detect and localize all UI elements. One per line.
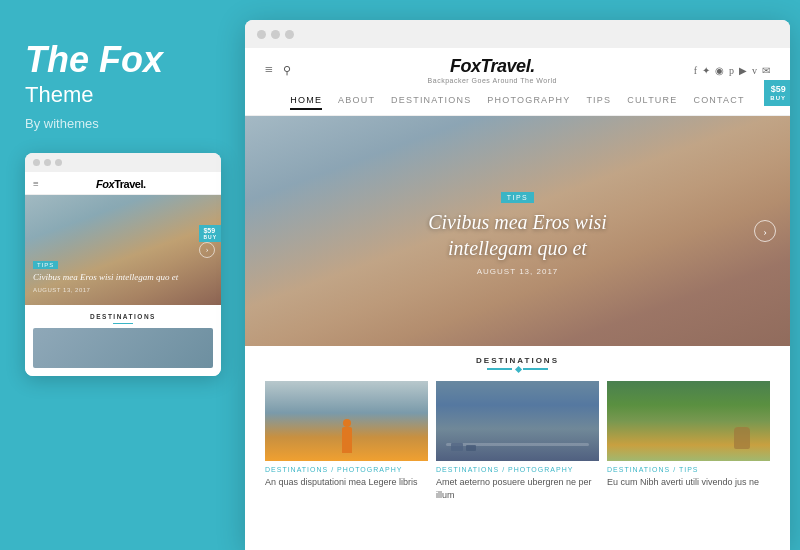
- mini-dest-img: [33, 328, 213, 368]
- destinations-section: DESTINATIONS DESTINATIONS / PHOTOGRAPHY: [245, 346, 790, 509]
- dest-line-left: [487, 368, 512, 370]
- mini-destinations: DESTINATIONS: [25, 305, 221, 377]
- dest-card-2-category: DESTINATIONS / PHOTOGRAPHY: [436, 466, 599, 473]
- mini-hero-title: Civibus mea Eros wisi intellegam quo et: [33, 272, 199, 284]
- figure-icon: [342, 427, 352, 453]
- mini-arrow-button[interactable]: ›: [199, 242, 215, 258]
- hamburger-icon[interactable]: ≡: [265, 62, 273, 78]
- hero-category-badge: TIPS: [501, 192, 535, 203]
- mini-dest-line: [113, 323, 133, 325]
- nav-about[interactable]: ABOUT: [338, 95, 375, 110]
- website-content: ≡ ⚲ FoxTravel. Backpacker Goes Around Th…: [245, 48, 790, 550]
- left-panel: The Fox Theme By withemes ≡ FoxTravel. T…: [0, 0, 245, 550]
- mini-hero-date: AUGUST 13, 2017: [33, 287, 199, 293]
- browser-top-bar: [245, 20, 790, 48]
- nav-culture[interactable]: CULTURE: [627, 95, 677, 110]
- dest-card-3-text: Eu cum Nibh averti utili vivendo jus ne: [607, 476, 770, 489]
- mini-hero: TIPS Civibus mea Eros wisi intellegam qu…: [25, 195, 221, 305]
- hero-next-arrow[interactable]: ›: [754, 220, 776, 242]
- mini-logo: FoxTravel.: [96, 178, 145, 190]
- dest-card-3: DESTINATIONS / TIPS Eu cum Nibh averti u…: [607, 381, 770, 501]
- dest-card-2-text: Amet aeterno posuere ubergren ne per ill…: [436, 476, 599, 501]
- dest-card-1-text: An quas disputationi mea Legere libris: [265, 476, 428, 489]
- site-header: ≡ ⚲ FoxTravel. Backpacker Goes Around Th…: [245, 48, 790, 116]
- destinations-header: DESTINATIONS: [265, 356, 770, 373]
- browser-dot-1: [257, 30, 266, 39]
- mini-content: ≡ FoxTravel. TIPS Civibus mea Eros wisi …: [25, 172, 221, 377]
- browser-dot-2: [271, 30, 280, 39]
- nav-home[interactable]: HOME: [290, 95, 322, 110]
- nav-destinations[interactable]: DESTINATIONS: [391, 95, 471, 110]
- nav-contact[interactable]: CONTACT: [693, 95, 744, 110]
- mini-dot-2: [44, 159, 51, 166]
- site-header-top: ≡ ⚲ FoxTravel. Backpacker Goes Around Th…: [265, 56, 770, 90]
- social-icons: f ✦ ◉ p ▶ v ✉: [694, 65, 770, 76]
- mini-hamburger-icon: ≡: [33, 178, 39, 189]
- search-icon[interactable]: ⚲: [283, 64, 291, 77]
- dest-card-1: DESTINATIONS / PHOTOGRAPHY An quas dispu…: [265, 381, 428, 501]
- hero-content: TIPS Civibus mea Eros wisi intellegam qu…: [388, 186, 648, 276]
- dest-diamond: [515, 366, 522, 373]
- theme-title: The Fox: [25, 40, 163, 80]
- nav-photography[interactable]: PHOTOGRAPHY: [487, 95, 570, 110]
- pinterest-icon[interactable]: p: [729, 65, 734, 76]
- dest-card-img-1: [265, 381, 428, 461]
- mini-header: ≡ FoxTravel.: [25, 172, 221, 195]
- hero-section: TIPS Civibus mea Eros wisi intellegam qu…: [245, 116, 790, 346]
- twitter-icon[interactable]: ✦: [702, 65, 710, 76]
- mini-dest-title: DESTINATIONS: [33, 313, 213, 320]
- theme-author: By withemes: [25, 116, 99, 131]
- browser-dot-3: [285, 30, 294, 39]
- mini-buy-badge: $59 BUY: [199, 225, 221, 242]
- facebook-icon[interactable]: f: [694, 65, 697, 76]
- site-logo: FoxTravel. Backpacker Goes Around The Wo…: [428, 56, 557, 84]
- person-silhouette: [265, 381, 428, 461]
- destinations-heading: DESTINATIONS: [265, 356, 770, 365]
- mini-hero-content-area: TIPS Civibus mea Eros wisi intellegam qu…: [33, 253, 199, 293]
- dest-card-1-category: DESTINATIONS / PHOTOGRAPHY: [265, 466, 428, 473]
- mini-browser-preview: ≡ FoxTravel. TIPS Civibus mea Eros wisi …: [25, 153, 221, 377]
- destinations-underline: [265, 368, 770, 373]
- instagram-icon[interactable]: ◉: [715, 65, 724, 76]
- dest-card-img-3: [607, 381, 770, 461]
- vimeo-icon[interactable]: v: [752, 65, 757, 76]
- dest-card-3-category: DESTINATIONS / TIPS: [607, 466, 770, 473]
- dest-card-2: DESTINATIONS / PHOTOGRAPHY Amet aeterno …: [436, 381, 599, 501]
- hero-date: AUGUST 13, 2017: [388, 267, 648, 276]
- hero-title: Civibus mea Eros wisi intellegam quo et: [388, 209, 648, 261]
- buy-price: $59: [770, 84, 786, 95]
- mini-tips-badge: TIPS: [33, 261, 58, 269]
- site-logo-tagline: Backpacker Goes Around The World: [428, 77, 557, 84]
- destination-cards: DESTINATIONS / PHOTOGRAPHY An quas dispu…: [265, 381, 770, 501]
- mini-dot-1: [33, 159, 40, 166]
- site-nav: HOME ABOUT DESTINATIONS PHOTOGRAPHY TIPS…: [265, 90, 770, 115]
- email-icon[interactable]: ✉: [762, 65, 770, 76]
- mini-dot-3: [55, 159, 62, 166]
- buy-label: BUY: [770, 95, 786, 102]
- buy-badge[interactable]: $59 BUY: [764, 80, 790, 106]
- theme-subtitle: Theme: [25, 82, 93, 108]
- site-logo-name: FoxTravel.: [428, 56, 557, 77]
- main-browser: ≡ ⚲ FoxTravel. Backpacker Goes Around Th…: [245, 20, 790, 550]
- header-left-icons: ≡ ⚲: [265, 62, 291, 78]
- dest-line-right: [523, 368, 548, 370]
- dest-card-img-2: [436, 381, 599, 461]
- nav-tips[interactable]: TIPS: [586, 95, 611, 110]
- youtube-icon[interactable]: ▶: [739, 65, 747, 76]
- mini-browser-bar: [25, 153, 221, 172]
